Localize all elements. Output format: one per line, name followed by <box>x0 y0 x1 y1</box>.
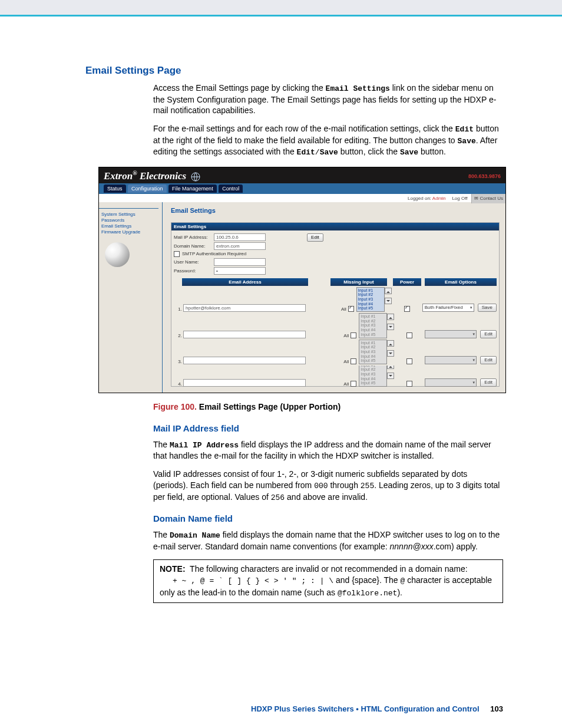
notify-row: 4. All Input #1Input #2Input #3Input #4I… <box>174 365 497 387</box>
heading-mail-ip-address: Mail IP Address field <box>153 423 503 433</box>
select-email-options[interactable]: Both Failure/Fixed <box>422 304 474 312</box>
missing-input-list[interactable]: Input #1Input #2Input #3Input #4Input #5 <box>359 365 387 387</box>
select-email-options[interactable] <box>425 378 477 387</box>
col-missing-input: Missing Input <box>330 278 387 286</box>
scroll-up-icon[interactable] <box>385 288 392 294</box>
checkbox-power[interactable] <box>406 358 412 364</box>
notify-row: 3. All Input #1Input #2Input #3Input #4I… <box>174 340 497 364</box>
scroll-down-icon[interactable] <box>385 298 392 304</box>
col-power: Power <box>393 278 421 286</box>
shot-brand-bar: Extron® Electronics 800.633.9876 <box>99 167 505 183</box>
row-edit-button[interactable]: Edit <box>480 378 497 387</box>
globe-icon <box>191 172 200 182</box>
sidebar-globe-icon <box>105 242 130 267</box>
panel-header-email-settings: Email Settings <box>171 223 499 230</box>
figure-email-settings-screenshot: Extron® Electronics 800.633.9876 Status … <box>98 167 506 393</box>
shot-tab-row: Status Configuration File Management Con… <box>99 183 505 194</box>
label-password: Password: <box>174 268 214 274</box>
sidebar: System Settings Passwords Email Settings… <box>99 202 163 393</box>
sidebar-item-firmware-upgrade[interactable]: Firmware Upgrade <box>101 229 162 235</box>
col-email-address: Email Address <box>182 278 308 286</box>
row-edit-button[interactable]: Edit <box>480 356 497 364</box>
heading-domain-name: Domain Name field <box>153 513 503 523</box>
sidebar-item-email-settings[interactable]: Email Settings <box>101 223 162 229</box>
tab-status[interactable]: Status <box>104 185 126 193</box>
sidebar-item-passwords[interactable]: Passwords <box>101 218 162 223</box>
missing-input-list[interactable]: Input #1Input #2Input #3Input #4Input #5 <box>356 287 385 312</box>
select-email-options[interactable] <box>425 330 477 338</box>
email-input[interactable] <box>183 357 306 364</box>
label-mail-ip: Mail IP Address: <box>174 235 214 240</box>
paragraph-mail-ip-2: Valid IP addresses consist of four 1-, 2… <box>153 469 503 503</box>
scroll-up-icon[interactable] <box>387 314 394 320</box>
scroll-up-icon[interactable] <box>387 365 394 369</box>
paragraph-intro: Access the Email Settings page by clicki… <box>153 83 503 116</box>
input-username[interactable] <box>214 258 266 266</box>
tab-control[interactable]: Control <box>219 185 243 193</box>
notify-row: 1. hpotter@folklore.com All Input #1Inpu… <box>174 287 497 312</box>
checkbox-all[interactable] <box>351 332 356 338</box>
label-domain: Domain Name: <box>174 243 214 249</box>
shot-auth-bar: Logged on: Admin Log Off ✉ Contact Us <box>99 194 505 202</box>
list-header-row: Email Address Missing Input Power Email … <box>174 278 497 286</box>
page-footer: HDXP Plus Series Switchers • HTML Config… <box>251 704 503 713</box>
input-password[interactable]: • <box>214 267 266 275</box>
panel-email-settings: Email Settings Mail IP Address: 100.25.0… <box>171 222 500 387</box>
paragraph-edit-save: For the e-mail settings and for each row… <box>153 123 503 158</box>
scroll-up-icon[interactable] <box>387 340 394 347</box>
scroll-down-icon[interactable] <box>387 350 394 357</box>
figure-caption: Figure 100. Email Settings Page (Upper P… <box>153 402 503 411</box>
paragraph-mail-ip-1: The Mail IP Address field displays the I… <box>153 439 503 462</box>
scroll-down-icon[interactable] <box>387 373 394 379</box>
row-save-button[interactable]: Save <box>478 304 497 312</box>
email-input[interactable]: hpotter@folklore.com <box>183 304 306 312</box>
main-title: Email Settings <box>171 207 500 214</box>
missing-input-list[interactable]: Input #1Input #2Input #3Input #4Input #5 <box>359 340 387 364</box>
paragraph-domain-name: The Domain Name field displays the domai… <box>153 529 503 552</box>
sidebar-item-system-settings[interactable]: System Settings <box>101 212 162 218</box>
checkbox-power[interactable] <box>404 306 410 312</box>
tab-configuration[interactable]: Configuration <box>128 185 167 193</box>
heading-email-settings-page: Email Settings Page <box>85 65 503 77</box>
checkbox-smtp-auth[interactable] <box>174 251 180 257</box>
email-input[interactable] <box>183 331 306 338</box>
missing-input-list[interactable]: Input #1Input #2Input #3Input #4Input #5 <box>359 313 387 338</box>
checkbox-all[interactable] <box>351 358 356 364</box>
tab-file-management[interactable]: File Management <box>168 185 217 193</box>
checkbox-all[interactable] <box>348 306 354 312</box>
checkbox-power[interactable] <box>406 332 412 338</box>
email-input[interactable] <box>183 379 306 387</box>
label-username: User Name: <box>174 259 214 265</box>
input-domain[interactable]: extron.com <box>214 242 266 250</box>
page-top-accent <box>0 0 562 17</box>
logoff-link[interactable]: Log Off <box>452 196 467 201</box>
select-email-options[interactable] <box>425 356 477 364</box>
note-box: NOTE: The following characters are inval… <box>153 559 503 603</box>
phone-number: 800.633.9876 <box>468 173 501 179</box>
settings-edit-button[interactable]: Edit <box>307 233 323 242</box>
scroll-down-icon[interactable] <box>387 324 394 330</box>
label-smtp-auth: SMTP Authentication Required <box>182 251 246 256</box>
checkbox-power[interactable] <box>406 381 412 387</box>
input-mail-ip[interactable]: 100.25.0.6 <box>214 233 266 241</box>
col-email-options: Email Options <box>425 278 497 286</box>
notify-row: 2. All Input #1Input #2Input #3Input #4I… <box>174 313 497 338</box>
row-edit-button[interactable]: Edit <box>480 330 497 338</box>
checkbox-all[interactable] <box>351 381 356 387</box>
